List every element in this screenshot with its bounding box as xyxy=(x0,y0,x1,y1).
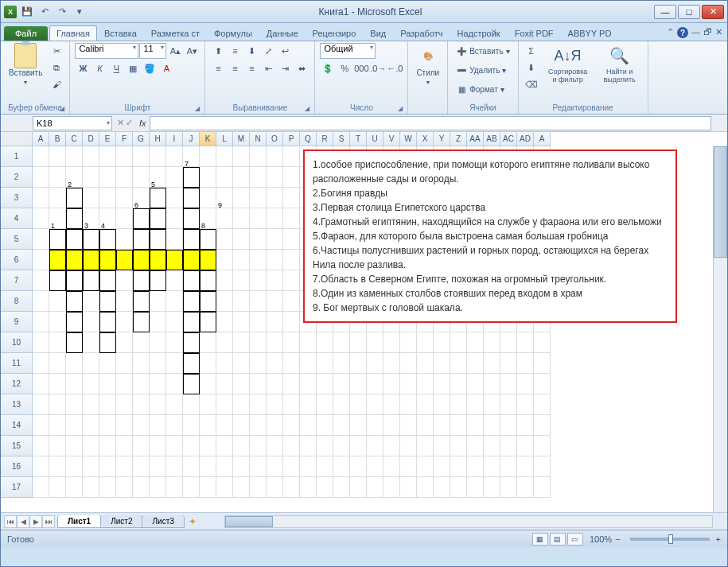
cell-Q12[interactable] xyxy=(300,374,317,394)
cell-N11[interactable] xyxy=(250,353,267,374)
cell-L11[interactable] xyxy=(216,353,233,374)
cancel-formula-icon[interactable]: ✕ xyxy=(117,118,124,128)
merge-button[interactable]: ⬌ xyxy=(294,60,309,76)
cell-L17[interactable] xyxy=(216,477,233,498)
zoom-out-button[interactable]: − xyxy=(612,534,623,544)
page-layout-view-button[interactable]: ▤ xyxy=(550,533,566,546)
cell-B5[interactable] xyxy=(49,229,66,250)
cell-L6[interactable] xyxy=(216,250,233,270)
cell-I11[interactable] xyxy=(166,353,183,374)
cell-L2[interactable] xyxy=(216,167,233,188)
cell-AC12[interactable] xyxy=(500,374,517,394)
align-right-button[interactable]: ≡ xyxy=(243,60,259,76)
cell-N8[interactable] xyxy=(250,291,267,312)
cell-X17[interactable] xyxy=(417,477,434,498)
cell-T15[interactable] xyxy=(350,436,367,456)
ribbon-tab-3[interactable]: Формулы xyxy=(207,25,259,41)
cell-A13[interactable] xyxy=(534,394,551,415)
cell-J4[interactable] xyxy=(183,208,200,229)
cell-D11[interactable] xyxy=(83,353,99,374)
col-header-G[interactable]: G xyxy=(133,132,150,146)
cell-F3[interactable] xyxy=(116,188,133,208)
cell-A10[interactable] xyxy=(534,332,551,353)
cell-N2[interactable] xyxy=(250,167,267,188)
cell-N4[interactable] xyxy=(250,208,267,229)
wrap-text-button[interactable]: ↩ xyxy=(277,43,293,59)
col-header-V[interactable]: V xyxy=(383,132,400,146)
cell-K1[interactable] xyxy=(200,146,216,167)
col-header-K[interactable]: K xyxy=(200,132,216,146)
cell-E6[interactable] xyxy=(99,250,116,270)
cell-F15[interactable] xyxy=(116,436,133,456)
cell-F6[interactable] xyxy=(116,250,133,270)
cell-V11[interactable] xyxy=(383,353,400,374)
cell-H13[interactable] xyxy=(150,394,166,415)
cell-C6[interactable] xyxy=(66,250,83,270)
cell-N13[interactable] xyxy=(250,394,267,415)
cell-G1[interactable] xyxy=(133,146,150,167)
hscroll-thumb[interactable] xyxy=(225,516,273,527)
cell-I2[interactable] xyxy=(166,167,183,188)
cell-E9[interactable] xyxy=(99,312,116,332)
increase-font-button[interactable]: A▴ xyxy=(167,43,183,59)
cell-A7[interactable] xyxy=(33,270,49,291)
cell-C9[interactable] xyxy=(66,312,83,332)
cell-A14[interactable] xyxy=(534,415,551,436)
cell-J6[interactable] xyxy=(183,250,200,270)
cell-B14[interactable] xyxy=(49,415,66,436)
cell-R17[interactable] xyxy=(317,477,333,498)
cell-U14[interactable] xyxy=(367,415,383,436)
row-header-2[interactable]: 2 xyxy=(1,167,33,188)
cell-G5[interactable] xyxy=(133,229,150,250)
help-icon[interactable]: ? xyxy=(677,27,688,38)
cell-X11[interactable] xyxy=(417,353,434,374)
cell-I7[interactable] xyxy=(166,270,183,291)
number-dialog-launcher[interactable]: ◢ xyxy=(398,105,403,112)
cell-S12[interactable] xyxy=(333,374,350,394)
cell-N10[interactable] xyxy=(250,332,267,353)
cell-F4[interactable] xyxy=(116,208,133,229)
cell-Z15[interactable] xyxy=(450,436,467,456)
col-header-AD[interactable]: AD xyxy=(517,132,534,146)
cell-A12[interactable] xyxy=(33,374,49,394)
cell-F12[interactable] xyxy=(116,374,133,394)
cell-L5[interactable] xyxy=(216,229,233,250)
cell-Z10[interactable] xyxy=(450,332,467,353)
minimize-button[interactable]: — xyxy=(654,5,676,19)
format-painter-button[interactable]: 🖌 xyxy=(49,76,64,92)
cell-W11[interactable] xyxy=(400,353,417,374)
font-name-select[interactable]: Calibri xyxy=(75,43,138,59)
italic-button[interactable]: К xyxy=(91,60,107,76)
col-header-M[interactable]: M xyxy=(233,132,250,146)
cell-V10[interactable] xyxy=(383,332,400,353)
sheet-tab-Лист1[interactable]: Лист1 xyxy=(57,515,101,528)
cell-B12[interactable] xyxy=(49,374,66,394)
col-header-R[interactable]: R xyxy=(317,132,333,146)
font-dialog-launcher[interactable]: ◢ xyxy=(195,105,200,112)
cell-F16[interactable] xyxy=(116,456,133,477)
cell-N14[interactable] xyxy=(250,415,267,436)
cell-L15[interactable] xyxy=(216,436,233,456)
cell-E10[interactable] xyxy=(99,332,116,353)
row-header-4[interactable]: 4 xyxy=(1,208,33,229)
cell-P17[interactable] xyxy=(283,477,300,498)
underline-button[interactable]: Ч xyxy=(108,60,124,76)
cell-O17[interactable] xyxy=(267,477,283,498)
copy-button[interactable]: ⧉ xyxy=(49,60,64,76)
cell-N7[interactable] xyxy=(250,270,267,291)
col-header-I[interactable]: I xyxy=(166,132,183,146)
cell-M4[interactable] xyxy=(233,208,250,229)
cell-G12[interactable] xyxy=(133,374,150,394)
cell-M5[interactable] xyxy=(233,229,250,250)
cell-I6[interactable] xyxy=(166,250,183,270)
cell-R14[interactable] xyxy=(317,415,333,436)
clipboard-dialog-launcher[interactable]: ◢ xyxy=(60,105,64,112)
cell-G17[interactable] xyxy=(133,477,150,498)
bold-button[interactable]: Ж xyxy=(75,60,91,76)
cell-K9[interactable] xyxy=(200,312,216,332)
ribbon-tab-4[interactable]: Данные xyxy=(259,25,306,41)
cell-N12[interactable] xyxy=(250,374,267,394)
cell-D5[interactable] xyxy=(83,229,99,250)
cell-AA12[interactable] xyxy=(467,374,484,394)
cell-AD11[interactable] xyxy=(517,353,534,374)
